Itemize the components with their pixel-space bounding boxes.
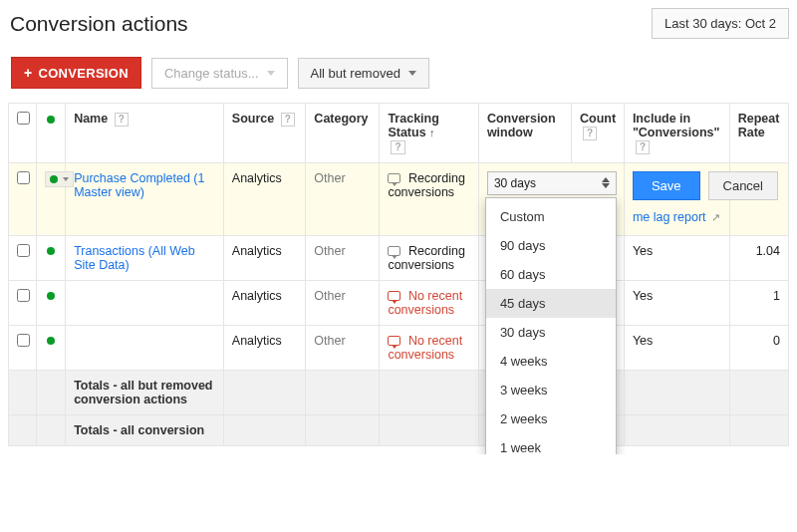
col-count-label: Count [580,112,616,126]
totals-row: Totals - all but removed conversion acti… [9,370,789,414]
status-dot-icon [47,247,55,255]
conversion-window-dropdown: Custom 90 days 60 days 45 days 30 days 4… [485,197,617,454]
add-conversion-button[interactable]: + CONVERSION [11,57,141,89]
row-checkbox[interactable] [17,334,30,347]
table-row: Analytics Other No recent conversions Ye… [9,280,789,325]
filter-button[interactable]: All but removed [298,58,429,89]
repeat-cell: 0 [729,325,788,370]
chevron-down-icon [408,71,416,76]
help-icon[interactable]: ? [115,113,129,127]
status-dot-icon [47,116,55,124]
change-status-button: Change status... [151,58,288,89]
include-cell: Yes [624,280,729,325]
select-all-checkbox[interactable] [17,112,30,125]
select-value: 30 days [494,176,536,190]
page-title: Conversion actions [10,12,188,36]
chat-icon [388,336,400,346]
chevron-down-icon [267,71,275,76]
plus-icon: + [24,65,32,81]
table-row: Transactions (All Web Site Data) Analyti… [9,235,789,280]
col-include-label: Include in "Conversions" [633,112,720,139]
include-cell: Yes [624,325,729,370]
status-dot-icon [50,175,58,183]
source-cell: Analytics [223,280,306,325]
include-cell: Yes [624,235,729,280]
add-conversion-label: CONVERSION [38,66,128,81]
repeat-cell: 1 [729,280,788,325]
chat-icon [388,291,400,301]
col-name-label: Name [74,112,108,126]
conversions-table: Name ? Source ? Category Tracking Status… [8,103,789,446]
help-icon[interactable]: ? [391,140,404,154]
source-cell: Analytics [223,235,306,280]
table-row: Analytics Other No recent conversions Ye… [9,325,789,370]
time-lag-link[interactable]: me lag report [633,210,706,224]
conversion-name-link[interactable]: Purchase Completed (1 Master view) [74,171,204,199]
dropdown-option[interactable]: Custom [486,202,616,231]
sort-arrow-up-icon: ↑ [429,127,435,138]
status-dot-icon [47,292,55,300]
dropdown-option[interactable]: 3 weeks [486,376,616,404]
chat-icon [388,173,400,183]
dropdown-option[interactable]: 30 days [486,318,616,347]
category-cell: Other [314,289,345,303]
filter-label: All but removed [311,66,400,81]
stepper-icon [602,177,610,188]
col-window-label: Conversion window [487,112,556,139]
repeat-cell: 1.04 [729,235,788,280]
row-checkbox[interactable] [17,289,30,302]
col-source-label: Source [232,112,274,126]
category-cell: Other [314,334,345,348]
dropdown-option[interactable]: 60 days [486,260,616,289]
totals-label: Totals - all conversion [66,414,224,445]
save-button[interactable]: Save [633,171,700,200]
conversion-name-link[interactable]: Transactions (All Web Site Data) [74,244,195,272]
table-row: Purchase Completed (1 Master view) Analy… [9,162,789,235]
category-cell: Other [314,244,345,258]
col-category-label: Category [314,112,368,126]
source-cell: Analytics [223,162,306,235]
row-checkbox[interactable] [17,244,30,257]
date-range-picker[interactable]: Last 30 days: Oct 2 [652,8,789,39]
chat-icon [388,246,400,256]
help-icon[interactable]: ? [636,140,650,154]
external-link-icon: ↗ [711,211,720,223]
totals-row: Totals - all conversion [9,414,789,445]
help-icon[interactable]: ? [583,127,597,140]
totals-label: Totals - all but removed conversion acti… [66,370,224,414]
source-cell: Analytics [223,325,306,370]
dropdown-option[interactable]: 4 weeks [486,347,616,376]
row-checkbox[interactable] [17,171,30,184]
dropdown-option[interactable]: 1 week [486,433,616,454]
conversion-window-select[interactable]: 30 days [487,171,617,195]
help-icon[interactable]: ? [281,113,295,127]
category-cell: Other [314,171,345,185]
dropdown-option[interactable]: 45 days [486,289,616,318]
col-repeat-label: Repeat Rate [738,112,780,139]
status-dot-icon [47,337,55,345]
dropdown-option[interactable]: 2 weeks [486,404,616,433]
change-status-label: Change status... [164,66,259,81]
dropdown-option[interactable]: 90 days [486,231,616,260]
